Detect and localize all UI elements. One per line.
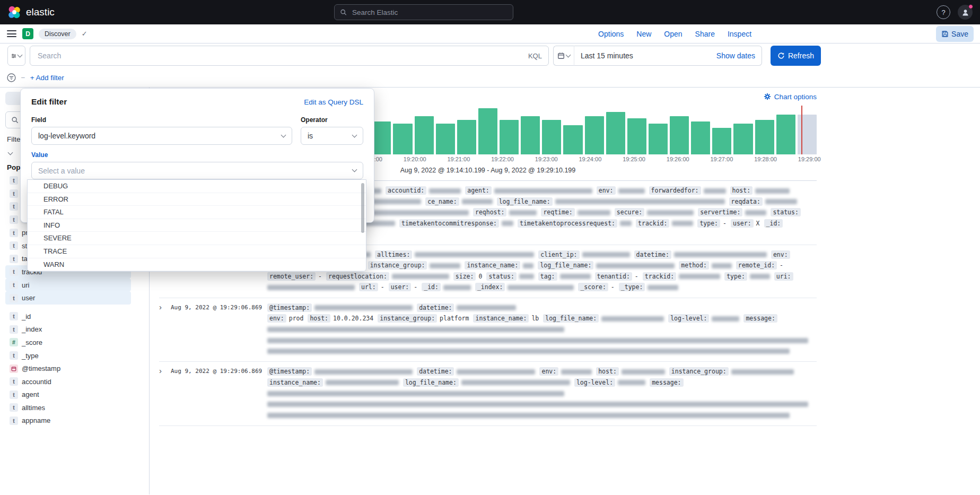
sidebar-field-id[interactable]: t_id bbox=[5, 310, 131, 323]
field-select[interactable]: log-level.keyword bbox=[31, 127, 292, 145]
sidebar-field-uri[interactable]: turi bbox=[5, 279, 131, 292]
field-name-badge: trackid: bbox=[643, 272, 676, 281]
global-search[interactable] bbox=[334, 4, 513, 20]
filter-sets-icon[interactable] bbox=[7, 73, 16, 82]
text-field-icon: t bbox=[10, 325, 18, 334]
nav-link-share[interactable]: Share bbox=[695, 30, 715, 38]
chart-options-link[interactable]: Chart options bbox=[764, 93, 817, 101]
value-option-fatal[interactable]: FATAL bbox=[28, 206, 366, 219]
histogram-bar[interactable] bbox=[606, 112, 625, 154]
operator-select[interactable]: is bbox=[301, 127, 363, 145]
help-icon[interactable]: ? bbox=[937, 5, 950, 19]
value-option-severe[interactable]: SEVERE bbox=[28, 232, 366, 245]
histogram-bar[interactable] bbox=[372, 121, 391, 154]
value-option-error[interactable]: ERROR bbox=[28, 193, 366, 206]
value-combobox[interactable]: Select a value bbox=[31, 162, 363, 179]
save-button[interactable]: Save bbox=[936, 26, 974, 42]
field-name-badge: user: bbox=[389, 283, 412, 291]
redacted-value bbox=[555, 199, 725, 204]
row-timestamp: Aug 9, 2022 @ 19:29:06.869 bbox=[171, 302, 267, 357]
sidebar-field-timestamp[interactable]: @timestamp bbox=[5, 362, 131, 375]
histogram-bar[interactable] bbox=[691, 121, 710, 154]
chevron-down-icon bbox=[566, 52, 571, 57]
nav-link-open[interactable]: Open bbox=[664, 30, 682, 38]
nav-link-options[interactable]: Options bbox=[598, 30, 624, 38]
calendar-button[interactable] bbox=[553, 46, 574, 66]
field-name-badge: reqtime: bbox=[541, 208, 574, 216]
sidebar-field-user[interactable]: tuser bbox=[5, 291, 131, 305]
field-label: user bbox=[22, 294, 35, 302]
show-dates-link[interactable]: Show dates bbox=[716, 51, 755, 60]
histogram-bar[interactable] bbox=[457, 120, 476, 154]
dropdown-scrollbar[interactable] bbox=[361, 183, 364, 233]
histogram-bar[interactable] bbox=[415, 116, 434, 154]
edit-as-query-dsl-link[interactable]: Edit as Query DSL bbox=[304, 98, 363, 106]
histogram-bar[interactable] bbox=[393, 124, 412, 154]
text-field-icon: t bbox=[10, 241, 18, 250]
value-option-trace[interactable]: TRACE bbox=[28, 245, 366, 258]
field-name-badge: datetime: bbox=[417, 367, 454, 376]
query-language-button[interactable]: KQL bbox=[528, 52, 542, 60]
sidebar-field-score[interactable]: #_score bbox=[5, 336, 131, 349]
add-filter-link[interactable]: + Add filter bbox=[30, 74, 64, 82]
expand-cell: › bbox=[159, 366, 171, 421]
x-axis-label: 19:27:00 bbox=[710, 156, 733, 162]
text-field-icon: t bbox=[10, 229, 18, 237]
histogram-bar[interactable] bbox=[500, 120, 519, 154]
time-range-control[interactable]: Last 15 minutes Show dates bbox=[574, 46, 762, 66]
sidebar-field-agent[interactable]: tagent bbox=[5, 388, 131, 402]
expand-row-button[interactable]: › bbox=[159, 367, 162, 375]
expand-cell: › bbox=[159, 302, 171, 357]
histogram-bar[interactable] bbox=[521, 116, 540, 154]
histogram-bar[interactable] bbox=[776, 115, 795, 154]
expand-row-button[interactable]: › bbox=[159, 303, 162, 311]
histogram-bar[interactable] bbox=[712, 128, 731, 154]
nav-link-inspect[interactable]: Inspect bbox=[728, 30, 751, 38]
histogram-bar[interactable] bbox=[733, 124, 752, 154]
field-name-badge: host: bbox=[596, 367, 619, 376]
sidebar-field-index[interactable]: t_index bbox=[5, 323, 131, 336]
histogram-bar[interactable] bbox=[563, 125, 582, 154]
histogram-bar[interactable] bbox=[670, 116, 689, 154]
redacted-value bbox=[314, 369, 413, 375]
query-input[interactable] bbox=[37, 51, 524, 60]
histogram-bar[interactable] bbox=[436, 124, 455, 154]
sidebar-field-alltimes[interactable]: talltimes bbox=[5, 401, 131, 414]
user-avatar[interactable] bbox=[958, 5, 973, 20]
global-search-input[interactable] bbox=[351, 8, 508, 17]
histogram-bar[interactable] bbox=[585, 116, 604, 154]
field-name-badge: uri: bbox=[774, 272, 793, 281]
refresh-label: Refresh bbox=[788, 51, 814, 60]
elastic-logo-icon bbox=[7, 5, 21, 19]
text-field-icon: t bbox=[10, 281, 18, 289]
query-input-box[interactable]: KQL bbox=[30, 46, 549, 66]
field-name-badge: ce_name: bbox=[425, 197, 459, 206]
refresh-button[interactable]: Refresh bbox=[771, 46, 821, 66]
field-name-badge: forwardedfor: bbox=[649, 186, 701, 195]
space-avatar[interactable]: D bbox=[22, 28, 33, 39]
histogram-bar[interactable] bbox=[627, 118, 646, 154]
histogram-bar[interactable] bbox=[755, 120, 774, 154]
sidebar-field-type[interactable]: t_type bbox=[5, 349, 131, 362]
field-name-badge: status: bbox=[771, 208, 800, 216]
sidebar-field-accountid[interactable]: taccountid bbox=[5, 375, 131, 388]
breadcrumb[interactable]: Discover bbox=[39, 29, 76, 39]
histogram-partial-bucket[interactable] bbox=[798, 115, 817, 154]
sidebar-field-appname[interactable]: tappname bbox=[5, 414, 131, 428]
value-option-debug[interactable]: DEBUG bbox=[28, 180, 366, 193]
time-range-value[interactable]: Last 15 minutes bbox=[581, 51, 633, 60]
histogram-bar[interactable] bbox=[478, 108, 497, 154]
histogram-bar[interactable] bbox=[649, 124, 668, 154]
value-option-warn[interactable]: WARN bbox=[28, 258, 366, 272]
saved-query-menu-button[interactable] bbox=[7, 46, 25, 66]
text-field-icon: t bbox=[10, 403, 18, 412]
nav-link-new[interactable]: New bbox=[636, 30, 651, 38]
redacted-value bbox=[679, 274, 720, 279]
histogram-bar[interactable] bbox=[542, 120, 561, 154]
redacted-value bbox=[267, 285, 355, 290]
chevron-down-icon bbox=[352, 167, 357, 172]
value-option-info[interactable]: INFO bbox=[28, 219, 366, 232]
menu-icon[interactable] bbox=[6, 28, 17, 40]
field-label: appname bbox=[22, 416, 50, 424]
x-axis-label: 19:29:00 bbox=[798, 156, 821, 162]
